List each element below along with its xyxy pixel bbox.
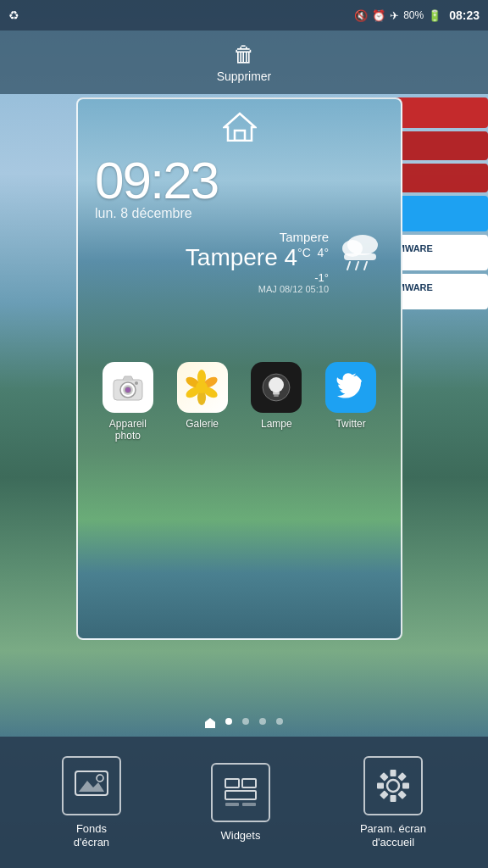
- wallpaper-label: Fondsd'écran: [74, 822, 109, 849]
- status-left-icons: ♻: [8, 8, 19, 22]
- lamp-icon-box: [251, 362, 302, 413]
- svg-marker-35: [79, 781, 104, 792]
- house-icon: [223, 112, 257, 142]
- clock-date: lun. 8 décembre: [95, 206, 384, 221]
- svg-rect-48: [380, 790, 389, 799]
- svg-rect-45: [402, 782, 409, 788]
- app-camera[interactable]: Appareilphoto: [103, 362, 153, 442]
- home-screen-card: 09:23 lun. 8 décembre Tampere Tampere Ta…: [76, 97, 402, 640]
- page-dot-2[interactable]: [242, 718, 249, 725]
- gallery-icon-box: [177, 362, 228, 413]
- weather-update: MAJ 08/12 05:10: [186, 284, 329, 294]
- svg-rect-25: [274, 395, 279, 397]
- alarm-icon: ⏰: [372, 9, 385, 22]
- svg-point-13: [125, 387, 130, 392]
- app-gallery[interactable]: Galerie: [177, 362, 228, 430]
- svg-point-22: [269, 377, 284, 392]
- page-dot-1[interactable]: [225, 718, 232, 725]
- battery-icon: 🔋: [428, 9, 441, 22]
- widgets-label: Widgets: [220, 829, 260, 843]
- svg-rect-39: [225, 791, 256, 799]
- twitter-icon-box: [325, 362, 376, 413]
- settings-icon-box: [363, 756, 423, 815]
- page-indicators: [0, 718, 488, 728]
- widgets-action[interactable]: Widgets: [211, 763, 270, 843]
- svg-point-36: [97, 775, 103, 782]
- svg-marker-0: [225, 114, 255, 141]
- battery-percent: 80%: [403, 9, 424, 21]
- svg-rect-4: [344, 253, 376, 260]
- lamp-icon: [259, 370, 293, 404]
- delete-bar[interactable]: 🗑 Supprimer: [0, 31, 488, 94]
- svg-rect-43: [390, 770, 396, 776]
- svg-rect-46: [397, 790, 407, 799]
- mute-icon: 🔇: [354, 9, 368, 22]
- svg-point-12: [135, 381, 138, 385]
- svg-rect-41: [242, 803, 256, 806]
- twitter-bird-icon: [335, 371, 367, 403]
- gallery-label: Galerie: [186, 418, 219, 430]
- weather-city: Tampere: [186, 230, 329, 244]
- home-icon-top: [78, 112, 401, 142]
- svg-rect-44: [397, 772, 407, 782]
- status-bar: ♻ 🔇 ⏰ ✈ 80% 🔋 08:23: [0, 0, 488, 31]
- svg-rect-37: [225, 779, 239, 787]
- widgets-icon-box: [211, 763, 270, 822]
- svg-rect-40: [225, 803, 239, 806]
- weather-minmax: -1°: [186, 271, 329, 284]
- page-dot-home[interactable]: [205, 718, 215, 728]
- svg-rect-1: [235, 131, 245, 141]
- trash-icon: 🗑: [233, 42, 255, 68]
- camera-label: Appareilphoto: [109, 418, 147, 442]
- clock-time: 09:23: [95, 150, 384, 210]
- camera-icon: [113, 374, 143, 401]
- gallery-icon: [183, 369, 221, 407]
- settings-action[interactable]: Param. écrand'accueil: [360, 756, 426, 849]
- status-right-icons: 🔇 ⏰ ✈ 80% 🔋 08:23: [354, 8, 480, 22]
- delete-label: Supprimer: [217, 70, 272, 83]
- clock-widget: 09:23 lun. 8 décembre: [78, 142, 401, 221]
- wallpaper-action[interactable]: Fondsd'écran: [62, 756, 121, 849]
- svg-rect-49: [377, 782, 384, 788]
- svg-rect-50: [380, 772, 389, 782]
- svg-point-42: [387, 780, 399, 792]
- app-lamp[interactable]: Lampe: [251, 362, 302, 430]
- page-dot-4[interactable]: [276, 718, 283, 725]
- settings-gear-icon: [376, 769, 410, 803]
- clock-status: 08:23: [449, 8, 480, 22]
- svg-line-5: [347, 262, 350, 270]
- wallpaper-icon: [75, 771, 108, 801]
- app-icons-row: Appareilphoto Galerie: [78, 345, 401, 459]
- weather-temperature: Tampere Tampere 4°C 4°: [186, 244, 329, 271]
- widgets-icon: [224, 777, 258, 808]
- home-settings-label: Param. écrand'accueil: [360, 822, 426, 849]
- svg-rect-24: [274, 394, 280, 396]
- airplane-icon: ✈: [390, 9, 399, 22]
- lamp-label: Lampe: [261, 418, 292, 430]
- svg-rect-38: [242, 779, 256, 787]
- weather-info: Tampere Tampere Tampere 4°C 4° -1° MAJ 0…: [186, 230, 329, 294]
- wallpaper-icon-box: [62, 756, 121, 815]
- svg-rect-47: [390, 795, 396, 802]
- svg-line-6: [356, 262, 358, 270]
- app-twitter[interactable]: Twitter: [325, 362, 376, 430]
- page-dot-3[interactable]: [259, 718, 266, 725]
- weather-widget: Tampere Tampere Tampere 4°C 4° -1° MAJ 0…: [78, 221, 401, 294]
- twitter-label: Twitter: [336, 418, 365, 430]
- camera-icon-box: [103, 362, 153, 413]
- bottom-action-bar: Fondsd'écran Widgets: [0, 737, 488, 868]
- weather-cloud-icon: [337, 230, 384, 270]
- svg-point-20: [196, 381, 208, 393]
- svg-line-7: [364, 262, 367, 270]
